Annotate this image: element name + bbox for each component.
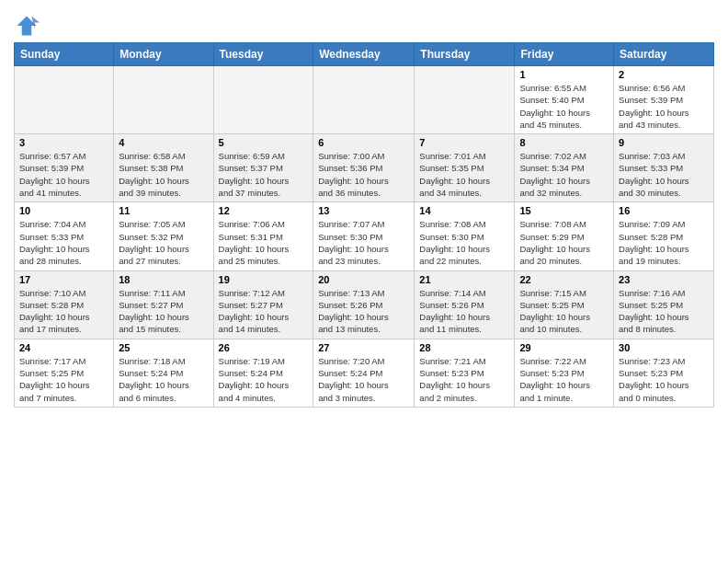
day-number: 23 xyxy=(619,274,709,285)
calendar-cell: 25Sunrise: 7:18 AM Sunset: 5:24 PM Dayli… xyxy=(114,339,213,407)
logo xyxy=(14,13,43,39)
day-info: Sunrise: 6:57 AM Sunset: 5:39 PM Dayligh… xyxy=(19,150,108,199)
logo-icon xyxy=(14,13,40,39)
calendar-cell xyxy=(114,66,213,134)
day-number: 13 xyxy=(318,205,409,216)
day-number: 7 xyxy=(419,137,509,148)
header xyxy=(14,9,714,39)
day-info: Sunrise: 7:19 AM Sunset: 5:24 PM Dayligh… xyxy=(219,355,309,404)
day-info: Sunrise: 7:02 AM Sunset: 5:34 PM Dayligh… xyxy=(519,150,609,199)
calendar-cell: 10Sunrise: 7:04 AM Sunset: 5:33 PM Dayli… xyxy=(15,202,114,270)
day-number: 5 xyxy=(219,137,309,148)
day-info: Sunrise: 7:07 AM Sunset: 5:30 PM Dayligh… xyxy=(318,218,409,267)
day-number: 19 xyxy=(219,274,309,285)
calendar-cell: 5Sunrise: 6:59 AM Sunset: 5:37 PM Daylig… xyxy=(213,134,313,202)
day-number: 12 xyxy=(219,205,309,216)
calendar-cell: 4Sunrise: 6:58 AM Sunset: 5:38 PM Daylig… xyxy=(114,134,213,202)
calendar-cell: 15Sunrise: 7:08 AM Sunset: 5:29 PM Dayli… xyxy=(515,202,614,270)
day-number: 30 xyxy=(619,342,709,353)
calendar-week-row: 3Sunrise: 6:57 AM Sunset: 5:39 PM Daylig… xyxy=(15,134,714,202)
calendar-week-row: 10Sunrise: 7:04 AM Sunset: 5:33 PM Dayli… xyxy=(15,202,714,270)
day-info: Sunrise: 7:13 AM Sunset: 5:26 PM Dayligh… xyxy=(318,287,409,336)
day-info: Sunrise: 7:03 AM Sunset: 5:33 PM Dayligh… xyxy=(619,150,709,199)
calendar-cell: 16Sunrise: 7:09 AM Sunset: 5:28 PM Dayli… xyxy=(614,202,714,270)
calendar-cell: 20Sunrise: 7:13 AM Sunset: 5:26 PM Dayli… xyxy=(313,270,415,339)
day-number: 24 xyxy=(19,342,108,353)
main-container: SundayMondayTuesdayWednesdayThursdayFrid… xyxy=(0,0,728,417)
calendar-cell: 26Sunrise: 7:19 AM Sunset: 5:24 PM Dayli… xyxy=(213,339,313,407)
day-number: 25 xyxy=(119,342,208,353)
day-number: 22 xyxy=(519,274,609,285)
day-info: Sunrise: 7:16 AM Sunset: 5:25 PM Dayligh… xyxy=(619,287,709,336)
calendar-cell: 22Sunrise: 7:15 AM Sunset: 5:25 PM Dayli… xyxy=(515,270,614,339)
calendar-cell xyxy=(15,66,114,134)
calendar-cell: 19Sunrise: 7:12 AM Sunset: 5:27 PM Dayli… xyxy=(213,270,313,339)
calendar-cell: 18Sunrise: 7:11 AM Sunset: 5:27 PM Dayli… xyxy=(114,270,213,339)
day-info: Sunrise: 7:01 AM Sunset: 5:35 PM Dayligh… xyxy=(419,150,509,199)
day-info: Sunrise: 6:56 AM Sunset: 5:39 PM Dayligh… xyxy=(619,82,709,131)
calendar-cell: 21Sunrise: 7:14 AM Sunset: 5:26 PM Dayli… xyxy=(415,270,515,339)
calendar-cell: 30Sunrise: 7:23 AM Sunset: 5:23 PM Dayli… xyxy=(614,339,714,407)
calendar-week-row: 17Sunrise: 7:10 AM Sunset: 5:28 PM Dayli… xyxy=(15,270,714,339)
day-number: 28 xyxy=(419,342,509,353)
calendar-cell: 27Sunrise: 7:20 AM Sunset: 5:24 PM Dayli… xyxy=(313,339,415,407)
calendar-cell: 8Sunrise: 7:02 AM Sunset: 5:34 PM Daylig… xyxy=(515,134,614,202)
weekday-header: Thursday xyxy=(415,43,515,66)
calendar-cell: 17Sunrise: 7:10 AM Sunset: 5:28 PM Dayli… xyxy=(15,270,114,339)
calendar-cell: 6Sunrise: 7:00 AM Sunset: 5:36 PM Daylig… xyxy=(313,134,415,202)
day-number: 3 xyxy=(19,137,108,148)
weekday-header: Friday xyxy=(515,43,614,66)
day-info: Sunrise: 7:04 AM Sunset: 5:33 PM Dayligh… xyxy=(19,218,108,267)
weekday-header: Tuesday xyxy=(213,43,313,66)
day-info: Sunrise: 6:59 AM Sunset: 5:37 PM Dayligh… xyxy=(219,150,309,199)
calendar-cell: 14Sunrise: 7:08 AM Sunset: 5:30 PM Dayli… xyxy=(415,202,515,270)
calendar-cell: 3Sunrise: 6:57 AM Sunset: 5:39 PM Daylig… xyxy=(15,134,114,202)
calendar-cell: 12Sunrise: 7:06 AM Sunset: 5:31 PM Dayli… xyxy=(213,202,313,270)
day-info: Sunrise: 6:55 AM Sunset: 5:40 PM Dayligh… xyxy=(519,82,609,131)
day-number: 16 xyxy=(619,205,709,216)
day-number: 11 xyxy=(119,205,208,216)
day-info: Sunrise: 7:18 AM Sunset: 5:24 PM Dayligh… xyxy=(119,355,208,404)
day-number: 21 xyxy=(419,274,509,285)
calendar-cell: 1Sunrise: 6:55 AM Sunset: 5:40 PM Daylig… xyxy=(515,66,614,134)
day-info: Sunrise: 7:08 AM Sunset: 5:29 PM Dayligh… xyxy=(519,218,609,267)
day-number: 14 xyxy=(419,205,509,216)
calendar-cell xyxy=(213,66,313,134)
calendar-cell: 23Sunrise: 7:16 AM Sunset: 5:25 PM Dayli… xyxy=(614,270,714,339)
weekday-header: Saturday xyxy=(614,43,714,66)
day-info: Sunrise: 7:20 AM Sunset: 5:24 PM Dayligh… xyxy=(318,355,409,404)
weekday-header: Wednesday xyxy=(313,43,415,66)
day-number: 27 xyxy=(318,342,409,353)
calendar-cell: 7Sunrise: 7:01 AM Sunset: 5:35 PM Daylig… xyxy=(415,134,515,202)
day-info: Sunrise: 7:06 AM Sunset: 5:31 PM Dayligh… xyxy=(219,218,309,267)
calendar-table: SundayMondayTuesdayWednesdayThursdayFrid… xyxy=(14,42,714,408)
weekday-header: Monday xyxy=(114,43,213,66)
day-number: 20 xyxy=(318,274,409,285)
calendar-cell xyxy=(415,66,515,134)
day-info: Sunrise: 7:00 AM Sunset: 5:36 PM Dayligh… xyxy=(318,150,409,199)
day-number: 29 xyxy=(519,342,609,353)
day-number: 2 xyxy=(619,69,709,80)
day-info: Sunrise: 7:15 AM Sunset: 5:25 PM Dayligh… xyxy=(519,287,609,336)
day-info: Sunrise: 7:23 AM Sunset: 5:23 PM Dayligh… xyxy=(619,355,709,404)
day-info: Sunrise: 7:21 AM Sunset: 5:23 PM Dayligh… xyxy=(419,355,509,404)
day-info: Sunrise: 7:17 AM Sunset: 5:25 PM Dayligh… xyxy=(19,355,108,404)
day-number: 8 xyxy=(519,137,609,148)
calendar-cell: 13Sunrise: 7:07 AM Sunset: 5:30 PM Dayli… xyxy=(313,202,415,270)
day-number: 10 xyxy=(19,205,108,216)
calendar-cell: 28Sunrise: 7:21 AM Sunset: 5:23 PM Dayli… xyxy=(415,339,515,407)
day-info: Sunrise: 7:12 AM Sunset: 5:27 PM Dayligh… xyxy=(219,287,309,336)
day-number: 15 xyxy=(519,205,609,216)
day-info: Sunrise: 7:14 AM Sunset: 5:26 PM Dayligh… xyxy=(419,287,509,336)
calendar-cell: 29Sunrise: 7:22 AM Sunset: 5:23 PM Dayli… xyxy=(515,339,614,407)
day-info: Sunrise: 7:08 AM Sunset: 5:30 PM Dayligh… xyxy=(419,218,509,267)
day-number: 1 xyxy=(519,69,609,80)
calendar-cell: 9Sunrise: 7:03 AM Sunset: 5:33 PM Daylig… xyxy=(614,134,714,202)
day-info: Sunrise: 7:22 AM Sunset: 5:23 PM Dayligh… xyxy=(519,355,609,404)
calendar-header-row: SundayMondayTuesdayWednesdayThursdayFrid… xyxy=(15,43,714,66)
calendar-week-row: 1Sunrise: 6:55 AM Sunset: 5:40 PM Daylig… xyxy=(15,66,714,134)
calendar-week-row: 24Sunrise: 7:17 AM Sunset: 5:25 PM Dayli… xyxy=(15,339,714,407)
weekday-header: Sunday xyxy=(15,43,114,66)
calendar-cell xyxy=(313,66,415,134)
calendar-cell: 24Sunrise: 7:17 AM Sunset: 5:25 PM Dayli… xyxy=(15,339,114,407)
